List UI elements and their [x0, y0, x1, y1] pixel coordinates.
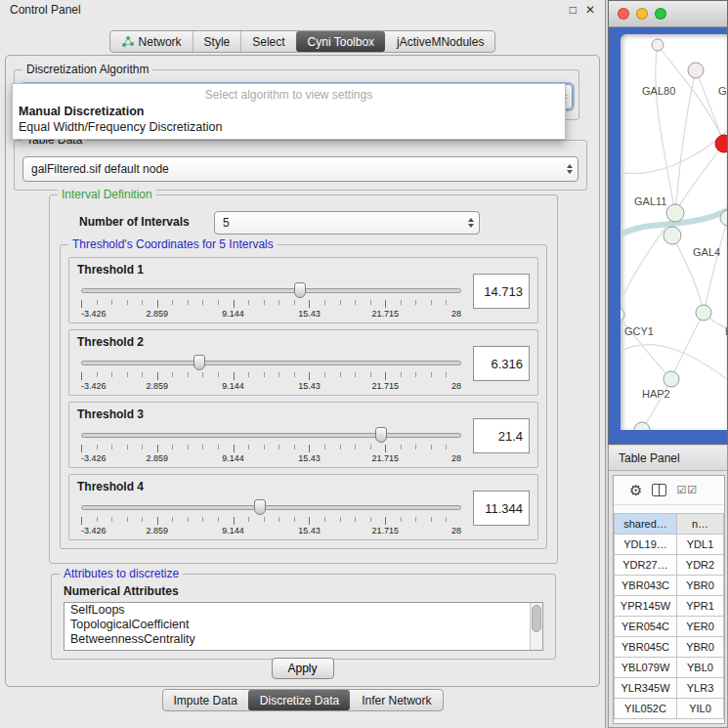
numerical-attributes-label: Numerical Attributes: [64, 584, 179, 598]
tick-label: 9.144: [222, 526, 244, 535]
cell[interactable]: YBL079W: [615, 658, 677, 678]
list-item[interactable]: BetweennessCentrality: [64, 632, 542, 647]
close-window-icon[interactable]: ✕: [585, 3, 595, 17]
network-node[interactable]: [634, 422, 650, 430]
network-window-titlebar[interactable]: [609, 1, 727, 27]
network-node[interactable]: [652, 39, 664, 51]
slider-thumb[interactable]: [294, 282, 306, 298]
table-data-value: galFiltered.sif default node: [31, 162, 169, 176]
zoom-traffic-light-icon[interactable]: [655, 8, 666, 20]
list-item[interactable]: SelfLoops: [64, 603, 542, 618]
threshold-1-value-field[interactable]: 14.713: [473, 274, 530, 309]
table-data-select[interactable]: galFiltered.sif default node: [22, 156, 578, 182]
group-title: Threshold's Coordinates for 5 Intervals: [68, 237, 278, 251]
network-node[interactable]: [621, 308, 624, 321]
tab-label: jActiveMNodules: [397, 35, 484, 49]
slider-track[interactable]: [81, 288, 461, 293]
threshold-label: Threshold 3: [77, 407, 144, 421]
tick-label: 21.715: [371, 453, 399, 463]
list-scrollbar[interactable]: [530, 603, 542, 650]
network-node[interactable]: [664, 227, 681, 244]
slider-thumb[interactable]: [193, 355, 205, 370]
cell[interactable]: YDR2: [677, 555, 724, 576]
columns-icon[interactable]: [652, 484, 666, 496]
minimize-traffic-light-icon[interactable]: [636, 8, 648, 20]
group-title: Attributes to discretize: [60, 567, 183, 580]
cell[interactable]: YBR043C: [615, 576, 677, 596]
threshold-1-slider[interactable]: -3.426 2.859 9.144 15.43 21.715 28: [81, 281, 461, 321]
cell[interactable]: YDL1: [677, 535, 724, 555]
algorithm-option-equal-width[interactable]: Equal Width/Frequency Discretization: [13, 119, 565, 135]
list-item[interactable]: TopologicalCoefficient: [64, 618, 542, 632]
threshold-2-slider[interactable]: -3.426 2.859 9.144 15.43 21.715 28: [81, 354, 461, 393]
numerical-attributes-list[interactable]: SelfLoops TopologicalCoefficient Between…: [64, 602, 543, 651]
cell[interactable]: YER054C: [615, 617, 677, 637]
cell[interactable]: YDR27…: [615, 555, 677, 576]
slider-track[interactable]: [81, 361, 461, 365]
tab-infer-network[interactable]: Infer Network: [350, 690, 442, 710]
slider-thumb[interactable]: [254, 499, 266, 515]
close-traffic-light-icon[interactable]: [618, 8, 629, 20]
threshold-3-slider[interactable]: -3.426 2.859 9.144 15.43 21.715 28: [81, 426, 461, 465]
tab-network[interactable]: Network: [110, 31, 193, 52]
cell[interactable]: YBR045C: [615, 637, 677, 658]
table-row[interactable]: YDR27…YDR2: [615, 555, 724, 576]
number-of-intervals-select[interactable]: 5: [214, 211, 480, 235]
cell[interactable]: YPR1: [677, 596, 724, 617]
tick-label: 28: [451, 526, 461, 535]
slider-track[interactable]: [81, 505, 461, 510]
table-row[interactable]: YBR043CYBR0: [615, 576, 724, 596]
threshold-3-value-field[interactable]: 21.4: [473, 418, 530, 453]
table-row[interactable]: YBR045CYBR0: [615, 637, 724, 658]
select-columns-icons[interactable]: ☑☑: [676, 484, 698, 496]
apply-button[interactable]: Apply: [272, 658, 334, 679]
cell[interactable]: YBL0: [677, 658, 724, 678]
float-window-icon[interactable]: □: [570, 3, 577, 17]
algorithm-placeholder-item[interactable]: Select algorithm to view settings: [13, 86, 565, 104]
network-node-label: GAL11: [634, 195, 666, 207]
cell[interactable]: YDL19…: [615, 535, 677, 555]
tab-jactivemnodules[interactable]: jActiveMNodules: [385, 31, 494, 52]
network-node[interactable]: [664, 371, 679, 387]
network-canvas-svg[interactable]: GAL80GAGAL11GAL4GCY1HHAP2: [621, 34, 727, 430]
slider-thumb[interactable]: [375, 427, 387, 443]
cell[interactable]: YLR345W: [615, 678, 677, 699]
network-node[interactable]: [715, 135, 727, 152]
tab-cyni-toolbox[interactable]: Cyni Toolbox: [296, 31, 385, 52]
tab-select[interactable]: Select: [240, 31, 295, 52]
slider-track[interactable]: [81, 433, 461, 438]
table-row[interactable]: YER054CYER0: [615, 617, 724, 637]
algorithm-option-manual[interactable]: Manual Discretization: [13, 104, 565, 119]
slider-ticks: [81, 300, 461, 308]
threshold-4-slider[interactable]: -3.426 2.859 9.144 15.43 21.715 28: [81, 498, 461, 537]
cell[interactable]: YBR0: [677, 637, 724, 658]
table-row[interactable]: YIL052CYIL0: [615, 699, 724, 719]
cell[interactable]: YPR145W: [615, 596, 677, 617]
table-toolbar: ⚙ ☑☑: [614, 476, 724, 505]
cell[interactable]: YER0: [677, 617, 724, 637]
tab-impute-data[interactable]: Impute Data: [162, 690, 247, 710]
tick-label: 2.859: [147, 453, 169, 463]
threshold-2-value-field[interactable]: 6.316: [473, 346, 530, 381]
slider-ticks: [81, 372, 461, 380]
table-row[interactable]: YLR345WYLR3: [615, 678, 724, 699]
cell[interactable]: YLR3: [677, 678, 724, 699]
scrollbar-thumb[interactable]: [532, 605, 541, 632]
table-row[interactable]: YDL19…YDL1: [615, 535, 724, 555]
cell[interactable]: YIL052C: [615, 699, 677, 719]
tab-discretize-data[interactable]: Discretize Data: [248, 690, 350, 710]
cell[interactable]: YBR0: [677, 576, 724, 596]
table-row[interactable]: YBL079WYBL0: [615, 658, 724, 678]
gear-icon[interactable]: ⚙: [629, 483, 642, 497]
table-row[interactable]: YPR145WYPR1: [615, 596, 724, 617]
threshold-4-value-field[interactable]: 11.344: [473, 491, 530, 526]
network-node[interactable]: [666, 204, 684, 222]
tab-style[interactable]: Style: [193, 31, 241, 52]
cell[interactable]: YIL0: [677, 699, 724, 719]
network-node[interactable]: [696, 305, 711, 321]
network-node[interactable]: [688, 63, 704, 78]
network-canvas[interactable]: GAL80GAGAL11GAL4GCY1HHAP2: [621, 34, 727, 430]
column-header-shared-name[interactable]: shared…: [615, 514, 677, 535]
column-header-name[interactable]: n…: [677, 514, 724, 535]
window-controls: □ ✕: [570, 3, 595, 17]
